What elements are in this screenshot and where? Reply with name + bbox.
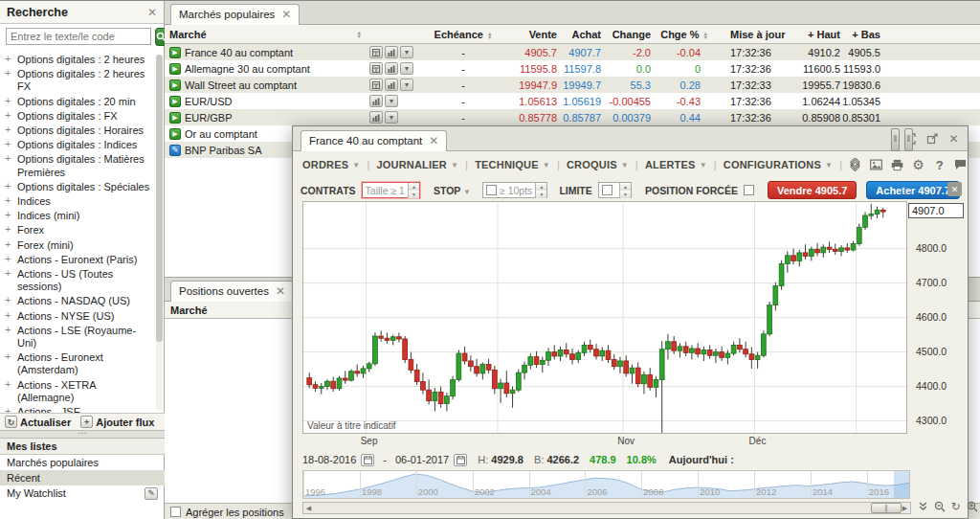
- sidebar-category-item[interactable]: +Actions - JSE (Johannesburg): [0, 405, 165, 413]
- sidebar-category-item[interactable]: +Actions - LSE (Royaume-Uni): [0, 324, 165, 350]
- calendar-icon[interactable]: [454, 454, 467, 466]
- sidebar-category-item[interactable]: +Actions - Euronext (Paris): [0, 253, 165, 267]
- expand-plus-icon[interactable]: +: [5, 378, 11, 391]
- contracts-size-input[interactable]: Taille ≥ 1 ▲▼: [362, 182, 420, 198]
- sort-icon[interactable]: ▲▼: [357, 31, 362, 38]
- sort-icon[interactable]: ▲▼: [703, 32, 708, 39]
- scroll-left-arrow[interactable]: ◀: [303, 503, 314, 513]
- expand-plus-icon[interactable]: +: [5, 267, 11, 280]
- sidebar-category-item[interactable]: +Actions - XETRA (Allemagne): [0, 378, 165, 405]
- stop-label[interactable]: STOP ▼: [434, 185, 471, 196]
- tab-france-40[interactable]: France 40 au comptant ✕: [301, 130, 447, 151]
- menu-croquis[interactable]: CROQUIS▼: [567, 159, 629, 170]
- col-sell[interactable]: Vente: [507, 29, 559, 40]
- market-name[interactable]: Or au comptant: [185, 128, 257, 140]
- range-handle-left[interactable]: [891, 128, 900, 151]
- expand-plus-icon[interactable]: +: [5, 109, 11, 122]
- scrollbar-thumb[interactable]: ∥: [871, 503, 902, 513]
- col-change-pct[interactable]: Chge %: [660, 29, 699, 40]
- play-icon[interactable]: ▶: [169, 63, 181, 75]
- sidebar-category-item[interactable]: +Options digitales : Spéciales: [0, 180, 165, 194]
- dropdown-icon[interactable]: ▼: [400, 62, 413, 75]
- range-from-date[interactable]: 18-08-2016: [302, 454, 356, 465]
- menu-alertes[interactable]: ALERTES▼: [645, 159, 707, 170]
- popout-icon[interactable]: [925, 132, 938, 145]
- sell-button[interactable]: Vendre 4905.7: [768, 181, 857, 199]
- col-buy[interactable]: Achat: [559, 29, 603, 40]
- col-low[interactable]: + Bas: [842, 29, 882, 40]
- horizontal-scrollbar[interactable]: ◀ ∥ ▶: [302, 502, 911, 514]
- print-icon[interactable]: [891, 159, 903, 171]
- candlestick-chart[interactable]: Valeur à titre indicatif: [302, 201, 907, 434]
- menu-technique[interactable]: TECHNIQUE▼: [475, 159, 550, 170]
- watchlist-row[interactable]: ▶France 40 au comptant▼-4905.74907.7-2.0…: [165, 44, 980, 60]
- sidebar-category-item[interactable]: +Actions - Euronext (Amsterdam): [0, 350, 165, 377]
- play-icon[interactable]: ▶: [169, 47, 181, 58]
- feedback-bubble-icon[interactable]: [954, 159, 967, 171]
- sidebar-category-item[interactable]: +Options digitales : 20 min: [0, 95, 165, 109]
- play-icon[interactable]: ▶: [169, 112, 181, 124]
- my-list-item[interactable]: Marchés populaires: [0, 455, 165, 470]
- expand-plus-icon[interactable]: +: [5, 152, 11, 165]
- chart-icon[interactable]: [369, 95, 383, 107]
- zoom-in-icon[interactable]: [966, 500, 978, 512]
- sort-icon[interactable]: ▲▼: [487, 32, 492, 39]
- expand-plus-icon[interactable]: +: [5, 53, 11, 65]
- aggregate-checkbox[interactable]: [170, 507, 181, 517]
- expand-plus-icon[interactable]: +: [5, 209, 11, 221]
- zoom-out-icon[interactable]: [933, 500, 946, 512]
- expand-plus-icon[interactable]: +: [5, 223, 11, 236]
- stop-input[interactable]: ≥ 10pts ▲▼: [482, 182, 547, 198]
- limit-input[interactable]: ▲▼: [598, 182, 632, 198]
- col-high[interactable]: + Haut: [796, 29, 842, 40]
- watchlist-row[interactable]: ▶Allemagne 30 au comptant▼-11595.811597.…: [165, 60, 980, 77]
- range-handle-right[interactable]: [904, 128, 913, 151]
- close-tab-icon[interactable]: ✕: [276, 284, 285, 298]
- play-icon[interactable]: ▶: [169, 128, 181, 140]
- close-tab-icon[interactable]: ✕: [281, 8, 291, 21]
- watchlist-row[interactable]: ▶EUR/USD▼-1.056131.05619-0.00455-0.4317:…: [165, 93, 980, 109]
- sidebar-category-item[interactable]: +Options digitales : 2 heures: [0, 53, 165, 67]
- ticket-icon[interactable]: [369, 79, 383, 91]
- close-tab-icon[interactable]: ✕: [429, 134, 438, 147]
- sidebar-category-item[interactable]: +Forex (mini): [0, 238, 165, 253]
- expand-plus-icon[interactable]: +: [5, 67, 11, 79]
- range-to-date[interactable]: 06-01-2017: [395, 454, 449, 465]
- refresh-button[interactable]: ↻Actualiser: [5, 416, 71, 428]
- scrollbar-thumb[interactable]: [156, 55, 163, 342]
- expand-plus-icon[interactable]: +: [5, 180, 11, 192]
- edit-pencil-icon[interactable]: ✎: [169, 145, 181, 156]
- sidebar-category-item[interactable]: +Indices (mini): [0, 209, 165, 223]
- my-list-item[interactable]: My Watchlist✎: [0, 485, 165, 501]
- col-updated[interactable]: Mise à jour: [710, 29, 796, 40]
- play-icon[interactable]: ▶: [169, 79, 181, 91]
- play-icon[interactable]: ▶: [169, 96, 181, 107]
- expand-plus-icon[interactable]: +: [5, 350, 11, 363]
- panel-splitter[interactable]: ⋯: [0, 430, 165, 439]
- scroll-right-arrow[interactable]: ▶: [900, 503, 910, 513]
- expand-plus-icon[interactable]: +: [5, 124, 11, 136]
- stop-checkbox[interactable]: [486, 185, 497, 195]
- buy-button[interactable]: Acheter 4907.7: [866, 181, 960, 199]
- sidebar-category-item[interactable]: +Options digitales : 2 heures FX: [0, 67, 165, 94]
- menu-journalier[interactable]: JOURNALIER▼: [376, 159, 458, 170]
- search-input[interactable]: [6, 28, 151, 45]
- menu-ordres[interactable]: ORDRES▼: [302, 159, 360, 170]
- sidebar-category-item[interactable]: +Options digitales : Horaires: [0, 124, 165, 138]
- sidebar-category-item[interactable]: +Actions - NASDAQ (US): [0, 294, 165, 308]
- ticket-icon[interactable]: [369, 62, 383, 75]
- dropdown-icon[interactable]: ▼: [385, 111, 398, 124]
- chart-window-tabbar[interactable]: France 40 au comptant ✕ ✕: [293, 126, 968, 151]
- close-window-icon[interactable]: ✕: [947, 132, 960, 145]
- add-feed-button[interactable]: +Ajouter flux: [80, 416, 154, 428]
- sidebar-category-item[interactable]: +Indices: [0, 194, 165, 209]
- watchlist-row[interactable]: ▶Wall Street au comptant▼-19947.919949.7…: [165, 77, 980, 93]
- market-name[interactable]: EUR/GBP: [185, 112, 233, 124]
- reset-zoom-icon[interactable]: ↻: [949, 500, 962, 512]
- collapse-chevrons-icon[interactable]: [917, 500, 929, 512]
- calendar-icon[interactable]: [361, 454, 374, 466]
- expand-plus-icon[interactable]: +: [5, 194, 11, 207]
- history-overview-strip[interactable]: 1996199820002002200420062008201020122014…: [302, 470, 910, 499]
- price-axis[interactable]: 4907.0 4800.04700.04600.04500.04400.0430…: [907, 201, 968, 434]
- market-name[interactable]: BNP Paribas SA: [185, 145, 262, 156]
